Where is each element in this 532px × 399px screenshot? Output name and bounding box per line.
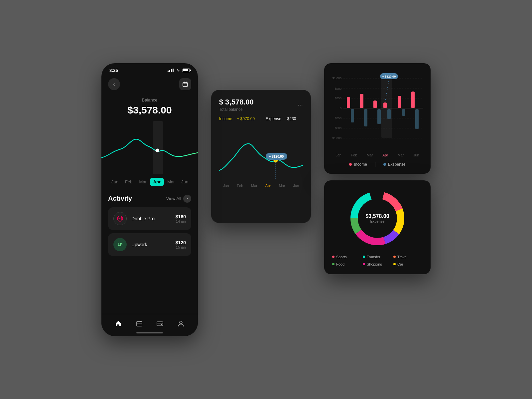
legend-food: Food (332, 262, 361, 266)
three-dots-button[interactable]: ⋯ (298, 102, 303, 108)
svg-point-12 (180, 321, 182, 324)
activity-item-upwork[interactable]: UP Upwork $120 15 jan (108, 233, 191, 256)
transfer-dot (363, 256, 365, 258)
card-label: Total balance (219, 107, 303, 112)
month-tab-mar2[interactable]: Mar (164, 178, 178, 186)
bar-month-jun[interactable]: Jun (413, 153, 419, 157)
bar-month-feb[interactable]: Feb (351, 153, 357, 157)
donut-legend: Sports Transfer Travel Food Shopping (332, 255, 423, 266)
back-button[interactable]: ‹ (108, 78, 120, 90)
svg-rect-37 (377, 109, 381, 124)
right-panels: $1,000 $500 $250 0 $250 $500 $1,000 (324, 63, 431, 274)
bar-month-mar[interactable]: Mar (367, 153, 373, 157)
month-tabs: Jan Feb Mar Apr Mar Jun (101, 174, 198, 189)
svg-text:+ $120.00: + $120.00 (382, 75, 396, 78)
month-tab-jan[interactable]: Jan (108, 178, 122, 186)
nav-wallet[interactable] (155, 319, 165, 328)
dribble-amount-section: $160 14 jan (176, 214, 186, 223)
sports-label: Sports (336, 255, 347, 259)
bar-chart-container: $1,000 $500 $250 0 $250 $500 $1,000 (331, 70, 424, 150)
phone-chart-svg (101, 121, 198, 174)
svg-rect-43 (398, 96, 401, 108)
month-tab-apr[interactable]: Apr (150, 178, 164, 186)
card-month-apr[interactable]: Apr (265, 184, 271, 188)
expense-value: -$230 (286, 116, 296, 121)
bar-month-mar2[interactable]: Mar (398, 153, 404, 157)
bar-month-jan[interactable]: Jan (335, 153, 341, 157)
donut-center: $3,578.00 Expense (365, 213, 389, 223)
legend-sports: Sports (332, 255, 361, 259)
upwork-icon: UP (113, 238, 127, 251)
dribble-date: 14 jan (176, 219, 186, 223)
dribble-icon (113, 212, 127, 225)
nav-home[interactable] (114, 319, 123, 328)
svg-rect-0 (183, 83, 188, 87)
travel-label: Travel (397, 255, 407, 259)
expense-label: Expense : (266, 116, 283, 121)
activity-header: Activity View All › (108, 195, 191, 203)
expense-legend-label: Exspense (388, 162, 406, 167)
card-month-jan[interactable]: Jan (223, 184, 229, 188)
svg-rect-6 (137, 321, 142, 326)
upwork-amount: $120 (176, 240, 186, 245)
svg-rect-45 (411, 92, 415, 108)
legend-shopping: Shopping (363, 262, 392, 266)
card-month-jun[interactable]: Jun (293, 184, 299, 188)
card-month-mar2[interactable]: Mar (279, 184, 285, 188)
legend-travel: Travel (393, 255, 423, 259)
bar-months: Jan Feb Mar Apr Mar Jun (331, 153, 424, 157)
upwork-date: 15 jan (176, 245, 186, 249)
signal-icon (168, 69, 174, 72)
nav-profile[interactable] (176, 319, 186, 328)
main-container: 8:25 ∿ ‹ (0, 50, 532, 349)
phone-mockup: 8:25 ∿ ‹ (101, 63, 198, 336)
svg-text:0: 0 (340, 106, 341, 110)
car-dot (393, 263, 396, 265)
svg-rect-31 (381, 77, 392, 138)
phone-header: ‹ (101, 76, 198, 94)
legend-transfer: Transfer (363, 255, 392, 259)
svg-rect-38 (383, 102, 387, 108)
svg-text:$1,000: $1,000 (332, 136, 341, 140)
card-income: Income : + $970.00 (219, 116, 255, 122)
stats-separator (260, 116, 260, 122)
month-tab-mar[interactable]: Mar (136, 178, 150, 186)
svg-rect-39 (387, 109, 391, 119)
svg-rect-36 (373, 100, 377, 108)
view-all-label: View All (166, 196, 181, 201)
activity-section: Activity View All › Dribble Pro (101, 189, 198, 265)
view-all-arrow-icon: › (183, 195, 191, 203)
nav-calendar[interactable] (135, 319, 144, 328)
view-all-button[interactable]: View All › (166, 195, 191, 203)
svg-rect-34 (360, 94, 363, 108)
battery-icon (183, 69, 190, 72)
card-month-feb[interactable]: Feb (237, 184, 243, 188)
svg-text:$500: $500 (335, 126, 341, 130)
card-amount: $ 3,578.00 (219, 98, 303, 106)
income-legend: Income (349, 162, 367, 167)
dribble-name: Dribble Pro (131, 216, 176, 221)
svg-text:$1,000: $1,000 (332, 77, 341, 80)
time-display: 8:25 (109, 68, 118, 73)
balance-section: Balance $3,578.00 (101, 94, 198, 121)
donut-panel: $3,578.00 Expense Sports Transfer Travel (324, 180, 431, 274)
center-card: $ 3,578.00 Total balance ⋯ Income : + $9… (211, 90, 311, 223)
sports-dot (332, 256, 334, 258)
svg-point-11 (161, 324, 162, 325)
svg-text:$250: $250 (335, 97, 341, 100)
svg-rect-35 (364, 109, 367, 126)
month-tab-feb[interactable]: Feb (122, 178, 136, 186)
activity-item-dribble[interactable]: Dribble Pro $160 14 jan (108, 207, 191, 230)
balance-amount: $3,578.00 (108, 104, 191, 116)
calendar-button[interactable] (179, 78, 191, 90)
bar-month-apr[interactable]: Apr (382, 153, 388, 157)
svg-rect-10 (157, 322, 163, 326)
svg-rect-46 (415, 109, 419, 129)
month-tab-jun[interactable]: Jun (178, 178, 192, 186)
card-expense: Expense : -$230 (266, 116, 296, 122)
card-chart: + $120.00 (219, 127, 303, 180)
card-month-mar[interactable]: Mar (251, 184, 257, 188)
upwork-name: Upwork (131, 242, 176, 247)
bar-chart-svg: $1,000 $500 $250 0 $250 $500 $1,000 (331, 70, 424, 150)
activity-title: Activity (108, 195, 132, 202)
